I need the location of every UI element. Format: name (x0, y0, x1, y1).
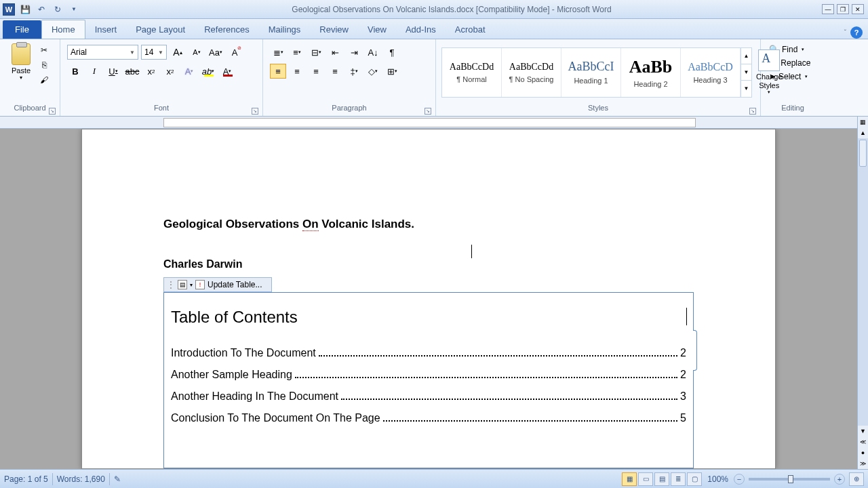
tab-addins[interactable]: Add-Ins (396, 20, 446, 39)
paragraph-launcher[interactable]: ↘ (425, 108, 431, 115)
strikethrough-button[interactable]: abc (124, 64, 140, 79)
copy-button[interactable]: ⎘ (36, 58, 52, 72)
next-page-button[interactable]: ≫ (858, 458, 868, 469)
browse-object-button[interactable]: ● (858, 447, 868, 458)
style-item-2[interactable]: AaBbCcIHeading 1 (561, 48, 621, 97)
toc-entry[interactable]: Introduction To The Document2 (171, 347, 686, 359)
tab-acrobat[interactable]: Acrobat (446, 20, 495, 39)
highlight-button[interactable]: ab▾ (200, 64, 216, 79)
tab-page-layout[interactable]: Page Layout (126, 20, 195, 39)
maximize-button[interactable]: ❐ (837, 4, 849, 14)
prev-page-button[interactable]: ≪ (858, 436, 868, 447)
tab-references[interactable]: References (195, 20, 258, 39)
zoom-out-button[interactable]: − (734, 474, 745, 485)
minimize-button[interactable]: — (822, 4, 834, 14)
toc-entry[interactable]: Another Sample Heading2 (171, 369, 686, 381)
font-size-combo[interactable]: 14▼ (141, 45, 167, 60)
tab-insert[interactable]: Insert (85, 20, 127, 39)
font-name-combo[interactable]: Arial▼ (67, 45, 138, 60)
redo-button[interactable]: ↻ (50, 2, 65, 17)
line-spacing-button[interactable]: ‡▾ (346, 64, 362, 79)
style-item-1[interactable]: AaBbCcDd¶ No Spacing (502, 48, 561, 97)
draft-view[interactable]: ▢ (687, 472, 702, 486)
outline-view[interactable]: ≣ (671, 472, 686, 486)
close-button[interactable]: ✕ (852, 4, 864, 14)
tab-file[interactable]: File (3, 20, 41, 39)
word-count[interactable]: Words: 1,690 (57, 474, 105, 484)
subscript-button[interactable]: x2 (143, 64, 159, 79)
align-left-button[interactable]: ≡ (270, 64, 286, 79)
shrink-font-button[interactable]: A▾ (189, 45, 205, 60)
style-item-3[interactable]: AaBbHeading 2 (621, 48, 681, 97)
toc-heading[interactable]: Table of Contents (171, 308, 686, 327)
full-screen-view[interactable]: ▭ (638, 472, 653, 486)
save-button[interactable]: 💾 (18, 2, 33, 17)
web-layout-view[interactable]: ▤ (654, 472, 669, 486)
scroll-down-button[interactable]: ▼ (858, 426, 868, 436)
justify-button[interactable]: ≡ (327, 64, 343, 79)
minimize-ribbon-icon[interactable]: ˇ (844, 29, 846, 37)
show-hide-button[interactable]: ¶ (384, 45, 400, 60)
zoom-percent[interactable]: 100% (707, 474, 728, 484)
zoom-in-button[interactable]: + (834, 474, 845, 485)
document-author[interactable]: Charles Darwin (163, 258, 694, 270)
align-right-button[interactable]: ≡ (308, 64, 324, 79)
undo-button[interactable]: ↶ (34, 2, 49, 17)
shading-button[interactable]: ◇▾ (365, 64, 381, 79)
font-launcher[interactable]: ↘ (252, 108, 258, 115)
style-item-0[interactable]: AaBbCcDd¶ Normal (442, 48, 502, 97)
document-title[interactable]: Geological Observations On Volcanic Isla… (163, 218, 694, 231)
font-color-button[interactable]: A▾ (219, 64, 235, 79)
ruler-toggle-icon[interactable]: ▦ (858, 117, 868, 127)
scroll-up-button[interactable]: ▲ (858, 127, 868, 138)
gallery-up[interactable]: ▲ (741, 48, 751, 64)
cut-button[interactable]: ✂ (36, 43, 52, 57)
format-painter-button[interactable]: 🖌 (36, 73, 52, 87)
multilevel-list-button[interactable]: ⊟▾ (308, 45, 324, 60)
decrease-indent-button[interactable]: ⇤ (327, 45, 343, 60)
horizontal-ruler[interactable] (0, 117, 857, 129)
tab-review[interactable]: Review (310, 20, 358, 39)
clipboard-launcher[interactable]: ↘ (49, 108, 56, 115)
vertical-scrollbar[interactable]: ▦ ▲ ▼ ≪ ● ≫ (857, 117, 868, 469)
proofing-icon[interactable]: ✎ (114, 474, 121, 484)
style-item-4[interactable]: AaBbCcDHeading 3 (681, 48, 741, 97)
document-area[interactable]: Geological Observations On Volcanic Isla… (0, 129, 857, 469)
paste-button[interactable]: Paste ▾ (7, 41, 35, 87)
select-button[interactable]: ➤Select▾ (766, 70, 819, 83)
toc-entry[interactable]: Conclusion To The Document On The Page5 (171, 412, 686, 424)
toc-update-icon[interactable]: ! (195, 280, 205, 289)
print-layout-view[interactable]: ▦ (622, 472, 637, 486)
sort-button[interactable]: A↓ (365, 45, 381, 60)
text-effects-button[interactable]: A▾ (181, 64, 197, 79)
grow-font-button[interactable]: A▴ (170, 45, 186, 60)
underline-button[interactable]: U▾ (105, 64, 121, 79)
tab-home[interactable]: Home (41, 20, 85, 39)
bullets-button[interactable]: ≣▾ (270, 45, 286, 60)
toc-handle-icon[interactable] (693, 330, 697, 371)
zoom-fit-button[interactable]: ⊕ (849, 472, 864, 486)
borders-button[interactable]: ⊞▾ (384, 64, 400, 79)
styles-launcher[interactable]: ↘ (749, 108, 756, 115)
toc-control-bar[interactable]: ⋮ ▤ ▾ ! Update Table... (163, 277, 272, 292)
toc-doc-icon[interactable]: ▤ (178, 280, 187, 289)
page-status[interactable]: Page: 1 of 5 (4, 474, 48, 484)
tab-mailings[interactable]: Mailings (259, 20, 311, 39)
toc-entry[interactable]: Another Heading In The Document3 (171, 390, 686, 403)
scroll-thumb[interactable] (859, 140, 867, 167)
numbering-button[interactable]: ≡▾ (289, 45, 305, 60)
tab-view[interactable]: View (358, 20, 396, 39)
italic-button[interactable]: I (86, 64, 102, 79)
align-center-button[interactable]: ≡ (289, 64, 305, 79)
superscript-button[interactable]: x2 (162, 64, 178, 79)
help-icon[interactable]: ? (850, 26, 863, 39)
toc-container[interactable]: Table of Contents Introduction To The Do… (163, 292, 694, 468)
clear-formatting-button[interactable]: A⊘ (226, 45, 243, 60)
gallery-down[interactable]: ▼ (741, 64, 751, 81)
change-case-button[interactable]: Aa▾ (208, 45, 224, 60)
qat-customize[interactable]: ▼ (66, 2, 81, 17)
zoom-slider[interactable] (749, 478, 830, 481)
gallery-more[interactable]: ▼ (741, 81, 751, 96)
increase-indent-button[interactable]: ⇥ (346, 45, 362, 60)
bold-button[interactable]: B (67, 64, 83, 79)
